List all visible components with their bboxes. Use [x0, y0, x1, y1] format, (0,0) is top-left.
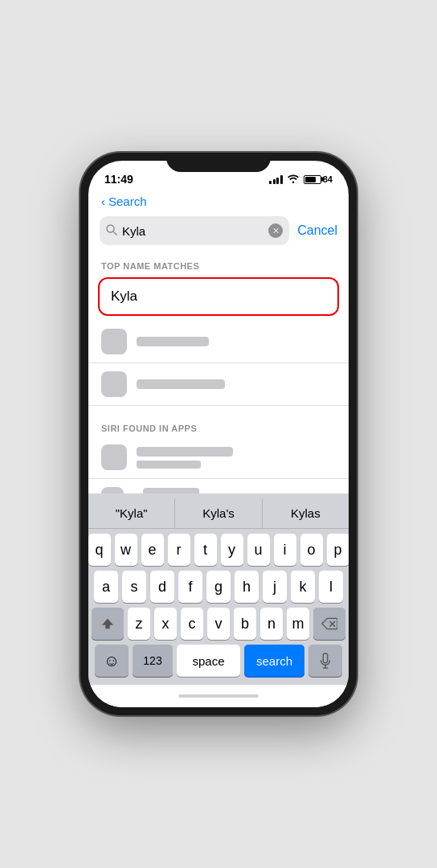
num-key[interactable]: 123 [133, 645, 173, 677]
key-e[interactable]: e [141, 534, 164, 566]
blurred-name [137, 379, 225, 389]
search-input[interactable]: Kyla [122, 224, 263, 238]
key-g[interactable]: g [206, 571, 231, 603]
home-bar [178, 694, 259, 698]
blurred-detail [137, 461, 201, 469]
status-time: 11:49 [104, 173, 133, 186]
key-y[interactable]: y [221, 534, 243, 566]
blurred-name [137, 337, 209, 346]
search-bar-row: Kyla ✕ Cancel [88, 213, 349, 253]
keyboard: "Kyla" Kyla's Kylas q w e r t y u [88, 493, 349, 685]
cancel-button[interactable]: Cancel [297, 223, 337, 238]
svg-rect-4 [323, 653, 327, 663]
key-w[interactable]: w [115, 534, 137, 566]
app-icon [101, 444, 127, 470]
back-arrow-icon: ‹ [101, 194, 105, 208]
key-n[interactable]: n [260, 608, 283, 640]
notch [166, 153, 271, 172]
clear-search-button[interactable]: ✕ [268, 223, 283, 238]
key-z[interactable]: z [128, 608, 150, 640]
result-avatar [101, 371, 127, 397]
blurred-name [143, 488, 199, 494]
autocomplete-row: "Kyla" Kyla's Kylas [88, 498, 349, 529]
key-s[interactable]: s [122, 571, 146, 603]
key-p[interactable]: p [327, 534, 349, 566]
keyboard-row-2: a s d f g h j k l [92, 571, 345, 603]
key-k[interactable]: k [291, 571, 315, 603]
key-j[interactable]: j [263, 571, 287, 603]
key-b[interactable]: b [234, 608, 256, 640]
key-f[interactable]: f [178, 571, 202, 603]
keyboard-row-3: z x c v b n m [92, 608, 345, 640]
back-nav[interactable]: ‹ Search [88, 193, 349, 213]
top-name-matches-header: TOP NAME MATCHES [88, 253, 349, 274]
keyboard-row-1: q w e r t y u i o p [92, 534, 345, 566]
wifi-icon [287, 174, 300, 186]
key-q[interactable]: q [88, 534, 111, 566]
key-i[interactable]: i [274, 534, 296, 566]
key-c[interactable]: c [181, 608, 203, 640]
key-a[interactable]: a [94, 571, 118, 603]
key-t[interactable]: t [194, 534, 217, 566]
list-item[interactable] [88, 479, 349, 493]
status-icons: 84 [269, 174, 333, 186]
list-item[interactable] [88, 436, 349, 479]
signal-icon [269, 174, 283, 184]
search-input-wrapper[interactable]: Kyla ✕ [100, 216, 289, 245]
autocomplete-option-2[interactable]: Kyla's [175, 498, 262, 528]
key-rows: q w e r t y u i o p a s [88, 529, 349, 685]
key-d[interactable]: d [150, 571, 174, 603]
top-result-name: Kyla [111, 289, 137, 304]
key-v[interactable]: v [207, 608, 230, 640]
key-u[interactable]: u [247, 534, 270, 566]
space-key[interactable]: space [177, 645, 240, 677]
battery-icon: 84 [304, 174, 333, 184]
svg-line-1 [113, 231, 116, 235]
screen-content: ‹ Search Kyla ✕ Cancel [88, 193, 349, 707]
key-m[interactable]: m [287, 608, 309, 640]
search-icon [106, 224, 117, 238]
key-h[interactable]: h [235, 571, 259, 603]
list-item[interactable] [88, 363, 349, 406]
siri-found-header: SIRI FOUND IN APPS [88, 416, 349, 436]
key-x[interactable]: x [154, 608, 177, 640]
results-area: TOP NAME MATCHES Kyla [88, 253, 349, 493]
backspace-key[interactable] [313, 608, 345, 640]
autocomplete-option-3[interactable]: Kylas [263, 498, 349, 528]
key-o[interactable]: o [300, 534, 323, 566]
app-icon [101, 487, 124, 493]
home-indicator [88, 685, 349, 707]
result-avatar [101, 329, 127, 354]
blurred-name [137, 447, 233, 457]
search-key[interactable]: search [244, 645, 304, 677]
key-r[interactable]: r [168, 534, 190, 566]
list-item[interactable] [88, 321, 349, 363]
key-l[interactable]: l [319, 571, 343, 603]
keyboard-bottom-row: ☺ 123 space search [92, 645, 345, 682]
top-result-item[interactable]: Kyla [98, 277, 339, 316]
microphone-key[interactable] [308, 645, 342, 677]
emoji-key[interactable]: ☺ [95, 645, 129, 677]
back-label[interactable]: Search [108, 194, 147, 208]
autocomplete-option-1[interactable]: "Kyla" [88, 498, 175, 528]
shift-key[interactable] [92, 608, 124, 640]
